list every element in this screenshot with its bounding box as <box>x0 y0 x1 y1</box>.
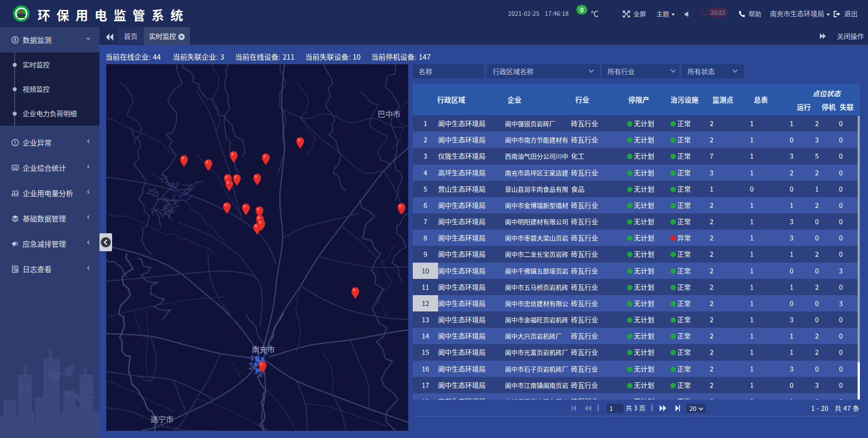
svg-text:南充市: 南充市 <box>252 344 275 355</box>
svg-text:巴中市: 巴中市 <box>377 108 401 119</box>
svg-text:遂宁市: 遂宁市 <box>151 413 174 424</box>
